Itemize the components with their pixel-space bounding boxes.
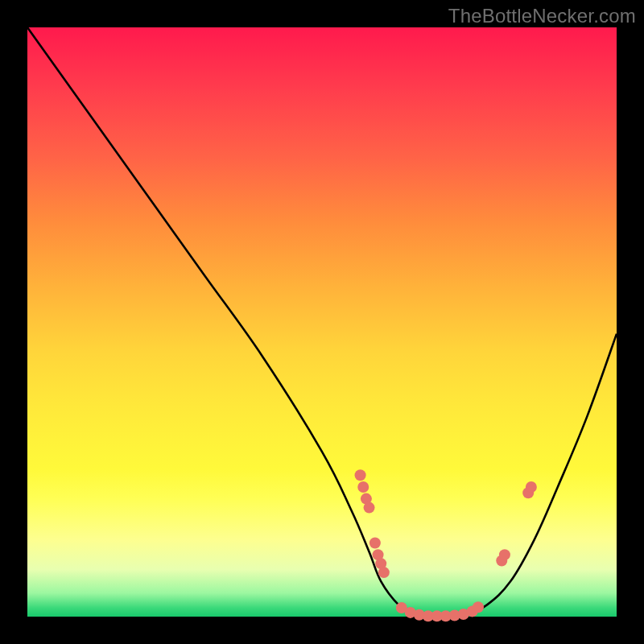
- bottleneck-curve: [27, 27, 617, 617]
- data-marker: [369, 538, 381, 549]
- data-marker: [526, 481, 537, 493]
- data-marker: [364, 502, 375, 514]
- data-markers: [355, 469, 537, 621]
- data-marker: [378, 567, 390, 578]
- data-marker: [355, 469, 366, 481]
- data-marker: [499, 549, 510, 560]
- data-marker: [357, 481, 369, 493]
- plot-area: [27, 27, 617, 617]
- data-marker: [473, 601, 484, 613]
- chart-svg: [27, 27, 617, 617]
- chart-frame: TheBottleNecker.com: [0, 0, 644, 644]
- watermark-text: TheBottleNecker.com: [448, 5, 636, 27]
